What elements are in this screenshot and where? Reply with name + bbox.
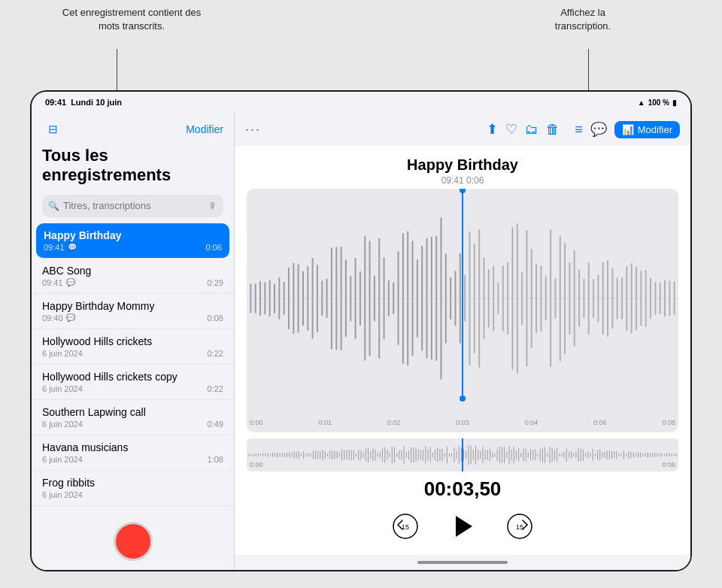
share-icon[interactable]: ⬆ (487, 121, 498, 138)
svg-rect-176 (451, 453, 452, 457)
timeline-label: 0:00 (250, 419, 263, 426)
search-bar[interactable]: 🔍 🎙 (42, 195, 223, 217)
svg-rect-268 (671, 453, 672, 456)
rec-title: Happy Birthday Mommy (42, 300, 223, 312)
rewind-button[interactable]: 15 (389, 510, 422, 543)
rec-title: Hollywood Hills crickets copy (42, 371, 223, 383)
rec-duration: 0:22 (208, 349, 223, 358)
svg-rect-193 (492, 452, 493, 458)
current-time-display: 00:03,50 (235, 477, 690, 501)
forward-button[interactable]: 15 (503, 510, 536, 543)
sidebar-toggle-button[interactable]: ⊟ (42, 119, 63, 140)
svg-rect-95 (258, 453, 259, 456)
svg-rect-110 (294, 451, 295, 459)
svg-rect-194 (494, 453, 495, 456)
recording-item[interactable]: Southern Lapwing call 6 juin 2024 0:49 (32, 400, 234, 435)
record-button[interactable] (114, 522, 153, 561)
status-left: 09:41 Lundi 10 juin (45, 98, 122, 107)
svg-rect-145 (378, 453, 378, 457)
play-button[interactable] (446, 510, 479, 543)
rec-title: Southern Lapwing call (42, 406, 223, 418)
detail-toolbar: ··· ⬆ ♡ 🗂 🗑 ≡ 💬 📊 Modifier (235, 113, 690, 146)
home-bar (417, 561, 508, 564)
svg-rect-233 (587, 451, 588, 459)
rec-date: 09:40 (42, 314, 63, 323)
svg-rect-175 (449, 453, 450, 456)
svg-rect-232 (585, 453, 586, 457)
svg-rect-91 (248, 453, 249, 456)
svg-rect-157 (406, 452, 407, 458)
rec-duration: 0:49 (208, 420, 223, 429)
status-bar: 09:41 Lundi 10 juin ▲ 100 % ▮ (32, 92, 690, 113)
svg-rect-106 (284, 453, 285, 457)
mini-timeline-label: 0:06 (662, 461, 675, 468)
recording-item[interactable]: Hollywood Hills crickets copy 6 juin 202… (32, 365, 234, 400)
svg-rect-100 (270, 453, 271, 456)
sidebar-icon: ⊟ (48, 123, 58, 136)
svg-rect-129 (339, 453, 340, 457)
modifier-pill-button[interactable]: 📊 Modifier (614, 121, 680, 138)
sidebar-modifier-button[interactable]: Modifier (186, 123, 223, 135)
svg-rect-135 (353, 450, 354, 460)
ipad-screen: 09:41 Lundi 10 juin ▲ 100 % ▮ ⊟ Modifier (32, 92, 690, 570)
toolbar-more-button[interactable]: ··· (245, 122, 261, 138)
timeline-label: 0:06 (593, 419, 607, 426)
sidebar: ⊟ Modifier Tous les enregistrements 🔍 🎙 … (32, 113, 235, 570)
svg-rect-265 (664, 453, 665, 456)
waveform-icon: 📊 (622, 124, 634, 135)
rec-title: Frog ribbits (42, 477, 223, 489)
sidebar-title-area: Tous les enregistrements (32, 144, 234, 192)
trash-icon[interactable]: 🗑 (546, 122, 560, 138)
svg-rect-119 (315, 450, 316, 459)
svg-rect-222 (561, 453, 562, 457)
recording-list: Happy Birthday 09:41 💬 0:06 ABC Song 09:… (32, 223, 234, 513)
svg-rect-185 (473, 450, 474, 460)
toolbar-right: ⬆ ♡ 🗂 🗑 ≡ 💬 📊 Modifier (487, 121, 680, 138)
svg-rect-240 (605, 452, 605, 459)
svg-rect-98 (265, 453, 265, 456)
filter-icon[interactable]: ≡ (575, 122, 583, 138)
waveform-mini[interactable]: 0:000:06 (247, 438, 678, 471)
current-time-area: 00:03,50 (235, 471, 690, 504)
svg-rect-146 (380, 452, 381, 458)
svg-rect-92 (250, 453, 251, 456)
ipad-frame: 09:41 Lundi 10 juin ▲ 100 % ▮ ⊟ Modifier (30, 90, 692, 571)
svg-rect-121 (320, 451, 320, 459)
svg-rect-221 (559, 453, 560, 457)
svg-rect-191 (487, 450, 488, 460)
recording-item[interactable]: Frog ribbits 6 juin 2024 (32, 471, 234, 506)
transcript-badge: 💬 (68, 243, 77, 251)
svg-rect-244 (614, 452, 614, 459)
svg-rect-223 (564, 452, 565, 459)
sidebar-header: ⊟ Modifier (32, 113, 234, 144)
svg-rect-136 (356, 453, 356, 457)
transcript-icon[interactable]: 💬 (590, 121, 607, 138)
status-date: Lundi 10 juin (71, 98, 122, 107)
recording-item[interactable]: Hollywood Hills crickets 6 juin 2024 0:2… (32, 329, 234, 365)
svg-rect-115 (305, 453, 306, 456)
svg-rect-269 (674, 453, 675, 456)
search-input[interactable] (63, 200, 205, 211)
recording-item[interactable]: ABC Song 09:41 💬 0:29 (32, 259, 234, 294)
rec-date: 6 juin 2024 (42, 384, 83, 393)
svg-rect-155 (401, 450, 402, 460)
svg-rect-205 (520, 453, 521, 457)
detail-time: 09:41 0:06 (235, 175, 690, 186)
rec-duration: 0:08 (208, 314, 223, 323)
recording-item[interactable]: Havana musicians 6 juin 2024 1:08 (32, 435, 234, 471)
favorite-icon[interactable]: ♡ (505, 121, 517, 138)
svg-rect-108 (289, 453, 290, 458)
waveform-main[interactable]: 0:000:010:020:030:040:060:08 (247, 189, 678, 432)
detail-title-area: Happy Birthday 09:41 0:06 (235, 146, 690, 189)
rec-duration: 0:29 (208, 278, 223, 287)
rec-date: 6 juin 2024 (42, 349, 83, 358)
svg-rect-93 (253, 453, 254, 456)
svg-rect-255 (640, 452, 641, 457)
recording-item[interactable]: Happy Birthday 09:41 💬 0:06 (36, 223, 229, 259)
recording-item[interactable]: Happy Birthday Mommy 09:40 💬 0:08 (32, 294, 234, 329)
timeline-label: 0:01 (318, 419, 332, 426)
folder-icon[interactable]: 🗂 (525, 122, 538, 138)
svg-rect-109 (291, 453, 292, 457)
playhead-dot-bottom (460, 396, 466, 402)
svg-rect-267 (669, 453, 669, 457)
